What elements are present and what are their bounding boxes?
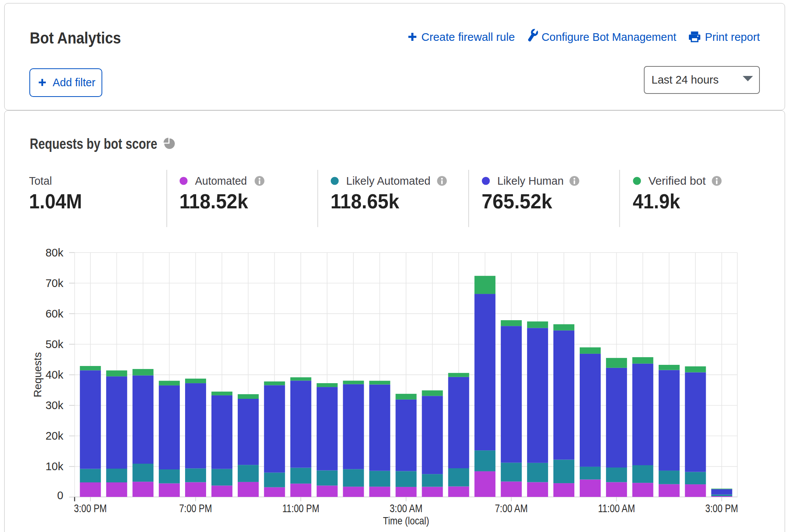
svg-text:Bot Analytics: Bot Analytics bbox=[30, 29, 121, 47]
svg-text:Likely Automated: Likely Automated bbox=[346, 174, 430, 187]
svg-text:40k: 40k bbox=[45, 369, 63, 381]
svg-text:Add filter: Add filter bbox=[53, 76, 95, 89]
svg-text:Likely Human: Likely Human bbox=[497, 174, 564, 187]
svg-text:30k: 30k bbox=[45, 399, 63, 411]
svg-text:118.52k: 118.52k bbox=[179, 190, 248, 213]
svg-text:20k: 20k bbox=[45, 430, 63, 442]
svg-text:3:00 AM: 3:00 AM bbox=[390, 502, 422, 514]
svg-text:Verified bot: Verified bot bbox=[648, 174, 706, 187]
svg-text:60k: 60k bbox=[45, 308, 63, 320]
svg-text:Configure Bot Management: Configure Bot Management bbox=[542, 31, 677, 43]
svg-text:3:00 PM: 3:00 PM bbox=[74, 502, 107, 514]
svg-text:1.04M: 1.04M bbox=[29, 190, 82, 213]
svg-text:11:00 AM: 11:00 AM bbox=[598, 502, 635, 514]
svg-text:80k: 80k bbox=[45, 247, 63, 259]
svg-text:0: 0 bbox=[57, 489, 63, 501]
svg-text:3:00 PM: 3:00 PM bbox=[705, 502, 738, 514]
svg-text:70k: 70k bbox=[45, 277, 63, 289]
svg-text:Time (local): Time (local) bbox=[383, 515, 429, 527]
svg-text:Total: Total bbox=[29, 174, 52, 187]
svg-text:Automated: Automated bbox=[195, 174, 247, 187]
svg-text:50k: 50k bbox=[45, 338, 63, 350]
svg-text:41.9k: 41.9k bbox=[633, 190, 680, 213]
svg-text:Print report: Print report bbox=[705, 31, 760, 43]
svg-text:Last 24 hours: Last 24 hours bbox=[651, 73, 719, 86]
svg-text:Create firewall rule: Create firewall rule bbox=[421, 31, 515, 43]
svg-text:Requests: Requests bbox=[32, 352, 44, 397]
svg-text:11:00 PM: 11:00 PM bbox=[282, 502, 319, 514]
svg-text:10k: 10k bbox=[45, 460, 63, 472]
svg-text:118.65k: 118.65k bbox=[331, 190, 400, 213]
svg-text:765.52k: 765.52k bbox=[482, 190, 553, 213]
svg-text:7:00 AM: 7:00 AM bbox=[495, 502, 528, 514]
svg-text:7:00 PM: 7:00 PM bbox=[179, 502, 212, 514]
svg-text:Requests by bot score: Requests by bot score bbox=[30, 136, 157, 152]
